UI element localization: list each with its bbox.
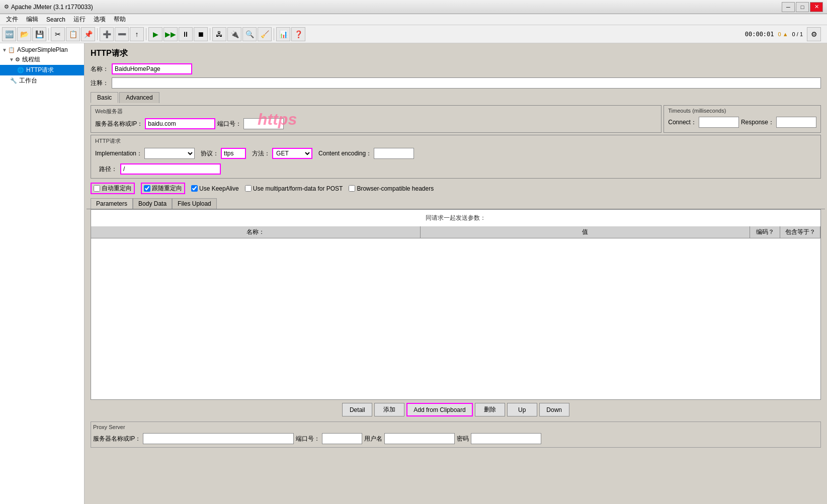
tb-help[interactable]: ❓ xyxy=(291,27,305,41)
tab-parameters[interactable]: Parameters xyxy=(91,198,133,209)
col-name: 名称： xyxy=(91,226,421,238)
auto-redirect-label: 自动重定向 xyxy=(102,184,132,193)
tb-gear[interactable]: ⚙ xyxy=(807,27,821,41)
toolbar: 🆕 📂 💾 ✂ 📋 📌 ➕ ➖ ↑ ▶ ▶▶ ⏸ ⏹ 🖧 🔌 🔍 🧹 📊 ❓ 0… xyxy=(0,25,827,43)
follow-redirect-input[interactable] xyxy=(144,185,150,192)
proxy-section: Proxy Server 服务器名称或IP： 端口号： 用户名 密码 xyxy=(91,422,821,448)
thread-icon: ⚙ xyxy=(15,56,20,63)
add-button[interactable]: 添加 xyxy=(374,403,404,416)
menu-edit[interactable]: 编辑 xyxy=(22,14,42,25)
plan-icon: 📋 xyxy=(8,47,15,53)
browser-headers-input[interactable] xyxy=(349,185,355,192)
keepalive-checkbox[interactable]: Use KeepAlive xyxy=(191,185,239,192)
close-button[interactable]: ✕ xyxy=(810,2,823,12)
proxy-password-input[interactable] xyxy=(471,433,541,444)
web-server-section: Web服务器 服务器名称或IP： 端口号： xyxy=(91,105,661,133)
path-row: 路径： xyxy=(95,162,816,176)
menu-help[interactable]: 帮助 xyxy=(110,14,130,25)
name-input[interactable] xyxy=(112,63,192,74)
http-config-row: Implementation： 协议： 方法： GET POST PUT DEL… xyxy=(95,147,816,160)
path-input[interactable] xyxy=(120,163,221,175)
method-select[interactable]: GET POST PUT DELETE HEAD xyxy=(272,148,312,159)
minimize-button[interactable]: ─ xyxy=(782,2,795,12)
follow-redirect-checkbox[interactable]: 跟随重定向 xyxy=(141,183,185,194)
tb-copy[interactable]: 📋 xyxy=(66,27,80,41)
proxy-username-input[interactable] xyxy=(384,433,455,444)
encoding-input[interactable] xyxy=(374,148,414,159)
tab-body-data[interactable]: Body Data xyxy=(133,198,172,209)
up-button[interactable]: Up xyxy=(507,403,537,416)
menu-options[interactable]: 选项 xyxy=(90,14,110,25)
tab-basic[interactable]: Basic xyxy=(91,92,118,103)
menu-search[interactable]: Search xyxy=(42,15,69,24)
tab-advanced[interactable]: Advanced xyxy=(119,92,159,103)
implementation-select[interactable] xyxy=(144,148,195,159)
status-time: 00:00:01 xyxy=(745,31,774,38)
window-controls[interactable]: ─ □ ✕ xyxy=(782,2,823,12)
tb-function-helper[interactable]: 📊 xyxy=(276,27,290,41)
protocol-input[interactable] xyxy=(221,148,246,159)
tree-item-workbench[interactable]: 🔧 工作台 xyxy=(0,75,84,86)
comment-input[interactable] xyxy=(112,77,821,89)
keepalive-input[interactable] xyxy=(191,185,198,192)
follow-redirect-label: 跟随重定向 xyxy=(152,184,182,193)
tb-stop[interactable]: ⏹ xyxy=(194,27,208,41)
browser-headers-label: Browser-compatible headers xyxy=(357,185,434,192)
tb-paste[interactable]: 📌 xyxy=(81,27,95,41)
multipart-checkbox[interactable]: Use multipart/form-data for POST xyxy=(245,185,343,192)
port-label: 端口号： xyxy=(217,120,241,128)
tree-item-plan[interactable]: ▼ 📋 ASuperSimplePlan xyxy=(0,45,84,54)
param-tabs-bar: Parameters Body Data Files Upload xyxy=(87,196,825,209)
tb-sep-5 xyxy=(274,28,274,40)
params-area: 同请求一起发送参数： 名称： 值 编码？ 包含等于？ xyxy=(91,209,821,400)
port-input[interactable] xyxy=(243,118,284,129)
menu-run[interactable]: 运行 xyxy=(69,14,90,25)
browser-headers-checkbox[interactable]: Browser-compatible headers xyxy=(349,185,434,192)
detail-button[interactable]: Detail xyxy=(342,403,372,416)
name-label: 名称： xyxy=(91,65,109,73)
connect-input[interactable] xyxy=(699,117,739,128)
tree-item-thread-group[interactable]: ▼ ⚙ 线程组 xyxy=(0,54,84,65)
delete-button[interactable]: 删除 xyxy=(475,403,505,416)
protocol-label: 协议： xyxy=(201,149,219,158)
tb-clear[interactable]: 🔍 xyxy=(242,27,257,41)
tb-remote-stop[interactable]: 🔌 xyxy=(227,27,241,41)
server-input[interactable] xyxy=(145,118,215,129)
proxy-port-input[interactable] xyxy=(322,433,362,444)
comment-label: 注释： xyxy=(91,79,109,88)
multipart-input[interactable] xyxy=(245,185,252,192)
down-button[interactable]: Down xyxy=(539,403,569,416)
tb-add[interactable]: ➕ xyxy=(100,27,114,41)
tb-clear-all[interactable]: 🧹 xyxy=(258,27,272,41)
expand-icon-thread: ▼ xyxy=(9,57,14,62)
add-clipboard-button[interactable]: Add from Clipboard xyxy=(406,403,472,416)
response-input[interactable] xyxy=(776,117,816,128)
tb-sep-4 xyxy=(210,28,210,40)
auto-redirect-checkbox[interactable]: 自动重定向 xyxy=(91,183,135,194)
proxy-server-input[interactable] xyxy=(143,433,294,444)
tb-start-no-pause[interactable]: ▶▶ xyxy=(163,27,178,41)
tab-files-upload[interactable]: Files Upload xyxy=(172,198,217,209)
tb-save[interactable]: 💾 xyxy=(32,27,46,41)
tb-remove[interactable]: ➖ xyxy=(115,27,129,41)
tb-start[interactable]: ▶ xyxy=(148,27,162,41)
maximize-button[interactable]: □ xyxy=(796,2,809,12)
params-header: 名称： 值 编码？ 包含等于？ xyxy=(91,226,820,238)
buttons-row: Detail 添加 Add from Clipboard 删除 Up Down xyxy=(87,400,825,419)
timeouts-header: Timeouts (milliseconds) xyxy=(668,108,816,114)
tb-pause[interactable]: ⏸ xyxy=(179,27,193,41)
menu-file[interactable]: 文件 xyxy=(2,14,22,25)
tb-remote-start[interactable]: 🖧 xyxy=(212,27,226,41)
warning-count: 0 ▲ xyxy=(778,31,788,37)
tb-open[interactable]: 📂 xyxy=(17,27,31,41)
tree-item-http-request[interactable]: 🌐 HTTP请求 xyxy=(0,65,84,75)
title-bar: ⚙ Apache JMeter (3.1 r1770033) ─ □ ✕ xyxy=(0,0,827,14)
tb-up[interactable]: ↑ xyxy=(130,27,144,41)
auto-redirect-input[interactable] xyxy=(94,185,100,192)
multipart-label: Use multipart/form-data for POST xyxy=(253,185,343,192)
implementation-label: Implementation： xyxy=(95,149,142,158)
toolbar-status: 00:00:01 0 ▲ 0 / 1 ⚙ xyxy=(745,27,825,41)
tb-cut[interactable]: ✂ xyxy=(51,27,65,41)
tb-new[interactable]: 🆕 xyxy=(2,27,16,41)
col-encode: 编码？ xyxy=(750,226,780,238)
